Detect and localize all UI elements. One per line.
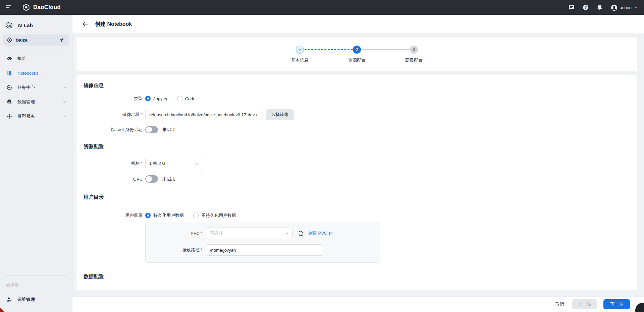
pvc-card: PVC* 请选择 创建 PVC [145, 222, 380, 263]
task-check-icon [6, 84, 12, 90]
admin-group-label: 管理员 [0, 279, 72, 292]
chevron-down-icon [63, 100, 67, 104]
image-address-input[interactable] [145, 109, 261, 120]
corner-ribbon [0, 308, 4, 312]
section-title-resource: 资源配置 [76, 143, 637, 150]
sidebar: AI Lab baize 概览 [0, 15, 72, 312]
form-row-mount-path: 挂载路径* [146, 244, 380, 256]
field-label: 镜像地址* [76, 112, 143, 118]
field-label: GPU [76, 177, 143, 182]
gpu-toggle[interactable] [145, 175, 158, 183]
menu-toggle-icon[interactable] [6, 3, 14, 11]
sidebar-item-label: 数据管理 [17, 99, 35, 105]
sidebar-item-data-management[interactable]: 数据管理 [0, 95, 72, 109]
field-label: 用户目录 [76, 212, 143, 219]
chevron-down-icon [285, 231, 289, 236]
create-pvc-link[interactable]: 创建 PVC [308, 230, 333, 236]
sidebar-item-ops-management[interactable]: 运维管理 [0, 293, 72, 306]
radio-label-persistent[interactable]: 持久化用户数据 [153, 212, 184, 219]
next-step-button[interactable]: 下一步 [603, 299, 630, 309]
section-title-image: 镜像信息 [76, 82, 637, 89]
required-marker: * [201, 231, 202, 236]
ai-lab-icon [5, 21, 13, 29]
feedback-icon[interactable] [568, 4, 575, 11]
model-cluster-icon [6, 113, 12, 119]
external-link-icon [329, 231, 333, 236]
user-menu[interactable]: admin [610, 4, 638, 11]
switch-workspace-icon[interactable] [59, 37, 65, 43]
main-area: 基本信息 2 资源配置 3 高级配置 镜像信息 类型 Jupyter Code [72, 34, 644, 297]
sidebar-item-label: 模型服务 [17, 113, 35, 119]
step-connector-todo [362, 49, 410, 50]
required-marker: * [201, 247, 202, 252]
form-row-gpu: GPU 未启用 [76, 175, 637, 183]
sidebar-item-label: 运维管理 [17, 297, 35, 303]
radio-label-jupyter[interactable]: Jupyter [153, 96, 168, 101]
toggle-status: 未启用 [162, 127, 175, 133]
svg-text:?: ? [584, 5, 587, 9]
pvc-select[interactable]: 请选择 [206, 228, 292, 239]
spec-select-value: 1 核 2 G [149, 161, 165, 167]
form-row-type: 类型 Jupyter Code [76, 96, 637, 102]
sidebar-item-label: 任务中心 [17, 84, 35, 90]
chevron-down-icon [195, 162, 199, 166]
notification-bell-icon[interactable] [596, 4, 603, 11]
radio-label-nonpersistent[interactable]: 不持久化用户数据 [201, 212, 236, 219]
product-name: AI Lab [17, 22, 33, 28]
spec-select[interactable]: 1 核 2 G [145, 158, 202, 169]
chevron-down-icon [63, 114, 67, 118]
step-connector-done [305, 49, 353, 50]
radio-code[interactable] [177, 96, 182, 101]
book-icon [6, 70, 12, 76]
workspace-name: baize [16, 38, 28, 43]
previous-step-button[interactable]: 上一步 [572, 299, 597, 309]
radio-nonpersistent[interactable] [193, 213, 199, 218]
chevron-down-icon [63, 85, 67, 89]
required-marker: * [141, 161, 143, 166]
radio-jupyter[interactable] [145, 96, 151, 101]
radio-label-code[interactable]: Code [185, 96, 196, 101]
form-row-spec: 规格* 1 核 2 G [76, 158, 637, 169]
back-arrow-icon[interactable] [82, 20, 89, 28]
form-row-image-address: 镜像地址* 选择镜像 [76, 109, 637, 120]
run-as-root-toggle[interactable] [145, 126, 158, 133]
step-resource-config[interactable]: 2 资源配置 [328, 46, 385, 63]
check-icon [298, 47, 302, 52]
field-label: 以 root 身份启动 [76, 127, 143, 133]
sidebar-item-overview[interactable]: 概览 [0, 52, 72, 65]
radio-persistent[interactable] [145, 213, 151, 218]
field-label: 挂载路径* [146, 247, 202, 253]
form-row-userdir: 用户目录 持久化用户数据 不持久化用户数据 [76, 212, 637, 219]
sidebar-item-notebooks[interactable]: Notebooks [0, 66, 72, 80]
daocloud-logo-icon [22, 3, 30, 11]
workspace-switcher[interactable]: baize [3, 35, 69, 46]
content-header: 创建 Notebook [72, 15, 644, 34]
database-icon [6, 99, 12, 105]
chevron-down-icon [634, 6, 638, 9]
step-advanced-config[interactable]: 3 高级配置 [385, 46, 442, 63]
section-title-userdir: 用户目录 [76, 194, 637, 200]
form-row-pvc: PVC* 请选择 创建 PVC [146, 228, 380, 239]
sidebar-item-task-center[interactable]: 任务中心 [0, 81, 72, 94]
divider [5, 49, 67, 49]
choose-image-button[interactable]: 选择镜像 [266, 109, 294, 120]
refresh-icon[interactable] [298, 230, 304, 237]
sidebar-item-label: 概览 [17, 56, 26, 62]
divider [5, 275, 67, 276]
section-title-data: 数据配置 [76, 273, 637, 280]
step-basic-info[interactable]: 基本信息 [271, 46, 328, 63]
brand: DaoCloud [22, 3, 61, 11]
help-icon[interactable]: ? [582, 4, 589, 11]
username: admin [620, 5, 632, 10]
cancel-button[interactable]: 取消 [554, 299, 566, 309]
step-done-circle [296, 46, 304, 54]
sidebar-item-label: Notebooks [17, 71, 38, 76]
required-marker: * [141, 112, 143, 117]
field-label: 类型 [76, 96, 143, 102]
wizard-footer: 取消 上一步 下一步 [72, 297, 644, 312]
wizard-stepper: 基本信息 2 资源配置 3 高级配置 [271, 46, 442, 63]
mount-path-input[interactable] [206, 244, 323, 256]
product-header: AI Lab [0, 15, 72, 35]
step-label: 基本信息 [291, 57, 309, 63]
sidebar-item-model-service[interactable]: 模型服务 [0, 110, 72, 123]
